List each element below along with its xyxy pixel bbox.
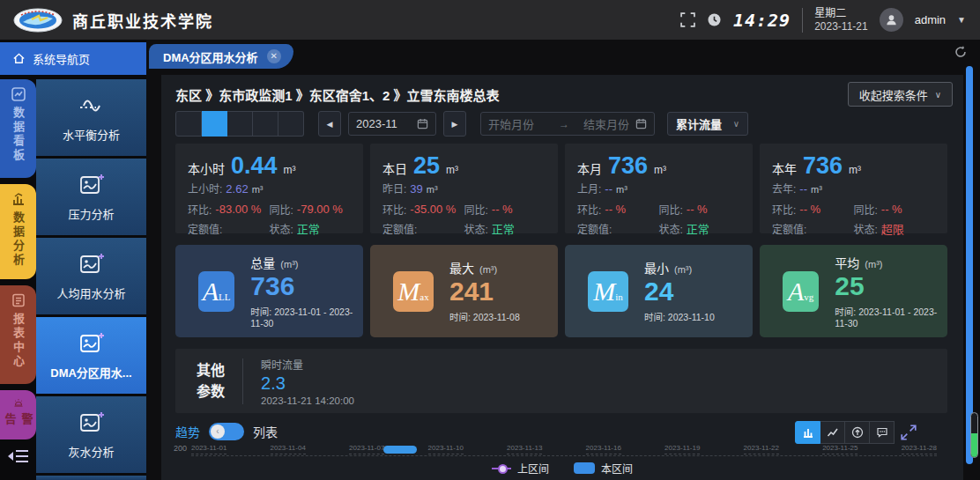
summary-label: 最大 <box>449 259 474 277</box>
status-badge: 正常 <box>297 220 320 237</box>
other-params-panel: 其他 参数 瞬时流量 2.3 2023-11-21 14:20:00 <box>175 349 947 413</box>
range-arrow-icon: → <box>559 118 569 130</box>
rail-tab-label: 数据看板 <box>10 107 26 163</box>
x-axis-tick-strip[interactable]: 2023-11-012023-11-042023-11-072023-11-10… <box>191 443 937 456</box>
sidebar-item-per-capita[interactable]: 人均用水分析 <box>36 238 146 314</box>
summary-unit: (m³) <box>865 259 882 270</box>
stat-prev-unit: m³ <box>252 184 264 195</box>
list-label: 列表 <box>253 423 278 440</box>
stat-prev-label: 去年: <box>772 183 796 196</box>
datazoom-handle[interactable] <box>383 446 417 454</box>
stat-label: 本日 <box>382 159 407 177</box>
x-axis-tick-label: 2023-11-19 <box>664 444 700 454</box>
summary-card-icon: Avg <box>783 271 819 312</box>
vertical-datazoom-slider[interactable] <box>970 412 978 458</box>
metric-select[interactable]: 累计流量 ∨ <box>667 112 748 136</box>
period-button[interactable] <box>253 111 278 137</box>
stat-status-line: 定额值: 状态:超限 <box>772 220 935 237</box>
period-button[interactable] <box>227 111 253 137</box>
clock-time: 14:29 <box>733 10 791 31</box>
breadcrumb: 东区 》东市政监测1 》东区宿舍1、2 》立雪东南楼总表 <box>175 85 500 104</box>
line-series-swatch <box>492 468 511 469</box>
period-button[interactable] <box>202 111 227 137</box>
summary-time: 时间: 2023-11-01 - 2023-11-30 <box>250 305 363 329</box>
bar-chart-button[interactable] <box>795 421 820 444</box>
calendar-icon <box>635 118 647 129</box>
period-button[interactable] <box>175 111 202 137</box>
x-axis-tick-label: 2023-11-04 <box>271 444 306 454</box>
mom-value: -- % <box>605 203 626 216</box>
stat-unit: m³ <box>284 164 296 176</box>
month-range-input[interactable]: 开始月份 → 结束月份 <box>480 112 655 136</box>
line-chart-icon <box>827 426 839 439</box>
summary-card: Max 最大 (m³) 241 时间: 2023-11-08 <box>370 245 558 337</box>
stat-label: 本年 <box>772 159 797 177</box>
legend-item-line[interactable]: 上区间 <box>492 461 549 476</box>
comment-button[interactable] <box>870 421 895 444</box>
summary-time: 时间: 2023-11-10 <box>644 310 715 323</box>
stat-unit: m³ <box>654 164 666 176</box>
yoy-label: 同比: <box>270 202 293 217</box>
yoy-label: 同比: <box>659 202 683 217</box>
instant-flow-label: 瞬时流量 <box>261 357 354 372</box>
refresh-icon[interactable] <box>954 45 968 59</box>
tab-dma-analysis[interactable]: DMA分区用水分析 ✕ <box>149 44 293 69</box>
stat-unit: m³ <box>849 164 861 176</box>
bar-series-swatch <box>574 462 595 474</box>
sidebar-item-grey-water[interactable]: 灰水分析 <box>36 396 146 473</box>
sidebar-collapse-icon[interactable] <box>7 447 30 465</box>
sidebar-item-label: 人均用水分析 <box>56 284 125 301</box>
x-axis-tick-label: 2023-11-25 <box>822 444 858 454</box>
wave-icon <box>77 92 107 119</box>
rail-tab-analysis[interactable]: 数据分析 <box>0 184 36 279</box>
next-month-button[interactable]: ▶ <box>443 111 466 137</box>
sidebar-item-pressure[interactable]: 压力分析 <box>36 159 146 235</box>
collapse-search-label: 收起搜索条件 <box>859 86 928 103</box>
legend-item-bar[interactable]: 本区间 <box>574 461 633 476</box>
fullscreen-icon[interactable] <box>680 12 695 27</box>
rail-tab-alarm[interactable]: 告警 <box>0 390 36 439</box>
stat-main-line: 本日 25 m³ <box>382 154 546 178</box>
stat-status-line: 定额值: 状态:正常 <box>188 220 351 237</box>
rail-tab-reports[interactable]: 报表中心 <box>0 285 36 384</box>
stat-value: 736 <box>803 154 843 178</box>
sidebar: 系统导航页 数据看板 数据分析 <box>0 40 146 480</box>
home-icon <box>12 52 26 65</box>
quota-label: 定额值: <box>188 221 222 236</box>
line-chart-button[interactable] <box>820 421 845 444</box>
sidebar-item-water-balance[interactable]: 水平衡分析 <box>36 79 146 156</box>
sidebar-item-home[interactable]: 系统导航页 <box>0 42 146 75</box>
instant-flow-time: 2023-11-21 14:20:00 <box>261 395 354 406</box>
summary-card-icon: Max <box>393 271 434 312</box>
trend-list-toggle[interactable]: ‹ <box>209 423 244 440</box>
export-button[interactable] <box>845 421 870 444</box>
legend-label: 上区间 <box>517 461 549 476</box>
summary-card: ALL 总量 (m³) 736 时间: 2023-11-01 - 2023-11… <box>175 245 363 337</box>
month-picker-input[interactable]: 2023-11 <box>348 112 436 136</box>
collapse-search-button[interactable]: 收起搜索条件 ∨ <box>848 82 953 107</box>
quota-label: 定额值: <box>772 221 806 236</box>
sidebar-item-dma[interactable]: DMA分区用水... <box>36 317 146 394</box>
quota-label: 定额值: <box>382 221 417 236</box>
user-menu-caret-icon[interactable]: ▼ <box>957 15 966 25</box>
prev-month-button[interactable]: ◀ <box>318 111 341 137</box>
period-button[interactable] <box>278 111 304 137</box>
rail-tab-dashboard[interactable]: 数据看板 <box>0 79 36 178</box>
chart-toolbar <box>795 421 917 444</box>
yoy-value: -- % <box>881 203 902 216</box>
username[interactable]: admin <box>915 13 946 26</box>
x-axis-tick-label: 2023-11-01 <box>191 444 226 454</box>
stat-ratio-line: 环比:-- % 同比:-- % <box>577 202 740 217</box>
avatar[interactable] <box>880 8 903 32</box>
stat-ratio-line: 环比:-83.00 % 同比:-79.00 % <box>188 202 351 217</box>
tab-close-icon[interactable]: ✕ <box>267 49 281 63</box>
x-axis-tick-label: 2023-11-13 <box>507 444 542 454</box>
stat-prev-line: 上月:--m³ <box>577 181 740 196</box>
vertical-scrollbar[interactable] <box>966 66 973 464</box>
stat-label: 本月 <box>577 159 602 177</box>
expand-chart-icon[interactable] <box>900 424 917 441</box>
stat-label: 本小时 <box>188 159 225 177</box>
stat-prev-label: 上小时: <box>188 183 222 196</box>
summary-label: 总量 <box>250 254 275 271</box>
summary-card: Min 最小 (m³) 24 时间: 2023-11-10 <box>565 245 753 337</box>
